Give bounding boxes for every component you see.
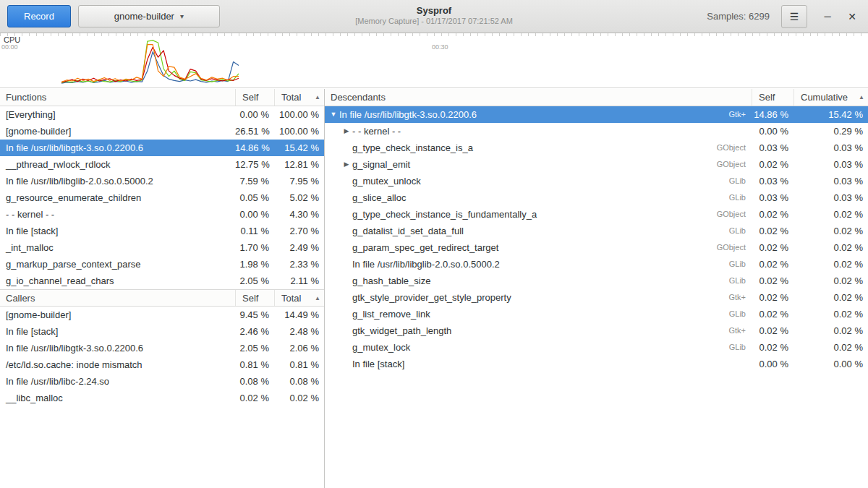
descendant-row[interactable]: g_type_check_instance_is_aGObject0.03 %0… [325, 140, 868, 156]
descendant-row[interactable]: In file /usr/lib/libglib-2.0.so.0.5000.2… [325, 256, 868, 273]
cumulative-value: 15.42 % [793, 106, 868, 123]
self-value: 12.75 % [235, 156, 274, 173]
expander-open-icon[interactable]: ▼ [328, 106, 339, 123]
total-value: 2.33 % [274, 256, 324, 273]
library-badge: Gtk+ [720, 322, 752, 339]
column-header-total[interactable]: Total▲ [274, 290, 324, 306]
descendant-name: g_datalist_id_set_data_full [352, 223, 464, 239]
descendant-name-cell: g_type_check_instance_is_aGObject [325, 140, 752, 156]
total-value: 14.49 % [274, 307, 324, 323]
descendant-name-cell: ▶g_signal_emitGObject [325, 156, 752, 173]
cpu-series-cpu0 [61, 45, 239, 82]
function-row[interactable]: In file [stack]0.11 %2.70 % [0, 223, 324, 239]
descendant-row[interactable]: g_hash_table_sizeGLib0.02 %0.02 % [325, 273, 868, 289]
caller-row[interactable]: /etc/ld.so.cache: inode mismatch0.81 %0.… [0, 356, 324, 373]
cumulative-value: 0.02 % [793, 289, 868, 306]
function-row[interactable]: __pthread_rwlock_rdlock12.75 %12.81 % [0, 156, 324, 173]
descendants-pane: Descendants Self Cumulative▲ ▼In file /u… [325, 89, 868, 488]
self-value: 0.03 % [752, 173, 793, 189]
cpu-usage-graph[interactable]: CPU 00:00 00:30 [0, 33, 868, 88]
total-value: 0.08 % [274, 373, 324, 390]
descendant-row[interactable]: g_list_remove_linkGLib0.02 %0.02 % [325, 306, 868, 322]
column-header-self[interactable]: Self [235, 290, 274, 306]
descendant-name: g_type_check_instance_is_fundamentally_a [352, 206, 537, 223]
function-row[interactable]: _int_malloc1.70 %2.49 % [0, 239, 324, 256]
column-header-self[interactable]: Self [235, 89, 274, 106]
caller-row[interactable]: [gnome-builder]9.45 %14.49 % [0, 307, 324, 323]
descendant-row[interactable]: gtk_style_provider_get_style_propertyGtk… [325, 289, 868, 306]
function-row[interactable]: - - kernel - -0.00 %4.30 % [0, 206, 324, 223]
caller-row[interactable]: In file [stack]2.46 %2.48 % [0, 323, 324, 340]
menu-button[interactable]: ☰ [781, 5, 807, 28]
samples-count: Samples: 6299 [707, 11, 770, 22]
process-selector-dropdown[interactable]: gnome-builder ▾ [78, 5, 220, 27]
column-header-total[interactable]: Total▲ [274, 89, 324, 106]
total-value: 2.49 % [274, 239, 324, 256]
cumulative-value: 0.02 % [793, 273, 868, 289]
descendant-row[interactable]: g_datalist_id_set_data_fullGLib0.02 %0.0… [325, 223, 868, 239]
functions-table-header: Functions Self Total▲ [0, 89, 324, 106]
column-header-callers[interactable]: Callers [0, 290, 235, 306]
descendant-row[interactable]: g_mutex_unlockGLib0.03 %0.03 % [325, 173, 868, 189]
function-row[interactable]: [Everything]0.00 %100.00 % [0, 106, 324, 123]
descendant-row[interactable]: ▼In file /usr/lib/libgtk-3.so.0.2200.6Gt… [325, 106, 868, 123]
cumulative-value: 0.02 % [793, 256, 868, 273]
column-header-total-label: Total [281, 92, 301, 103]
self-value: 9.45 % [235, 307, 274, 323]
titlebar-right: Samples: 6299 ☰ ─ ✕ [707, 5, 861, 28]
minimize-icon: ─ [824, 11, 830, 22]
caller-row[interactable]: __libc_malloc0.02 %0.02 % [0, 390, 324, 406]
self-value: 0.00 % [752, 356, 793, 372]
descendant-name: g_param_spec_get_redirect_target [352, 239, 498, 256]
caller-row[interactable]: In file /usr/lib/libgtk-3.so.0.2200.62.0… [0, 340, 324, 356]
descendant-row[interactable]: g_slice_allocGLib0.03 %0.03 % [325, 189, 868, 206]
caller-row[interactable]: In file /usr/lib/libc-2.24.so0.08 %0.08 … [0, 373, 324, 390]
self-value: 14.86 % [752, 106, 793, 123]
record-button[interactable]: Record [7, 5, 71, 27]
descendant-name: g_hash_table_size [352, 273, 430, 289]
column-header-cumulative[interactable]: Cumulative▲ [793, 89, 868, 106]
descendant-name: g_mutex_unlock [352, 173, 421, 189]
self-value: 7.59 % [235, 173, 274, 189]
total-value: 2.11 % [274, 273, 324, 289]
function-name: /etc/ld.so.cache: inode mismatch [0, 356, 235, 373]
cumulative-value: 0.29 % [793, 123, 868, 140]
descendant-row[interactable]: g_type_check_instance_is_fundamentally_a… [325, 206, 868, 223]
total-value: 5.02 % [274, 189, 324, 206]
minimize-button[interactable]: ─ [819, 8, 836, 25]
function-name: [gnome-builder] [0, 307, 235, 323]
close-button[interactable]: ✕ [843, 8, 861, 25]
function-name: In file /usr/lib/libglib-2.0.so.0.5000.2 [0, 173, 235, 189]
expander-closed-icon[interactable]: ▶ [341, 123, 352, 140]
cumulative-value: 0.02 % [793, 223, 868, 239]
function-name: g_io_channel_read_chars [0, 273, 235, 289]
hamburger-icon: ☰ [790, 11, 799, 22]
function-row[interactable]: In file /usr/lib/libglib-2.0.so.0.5000.2… [0, 173, 324, 189]
self-value: 0.03 % [752, 140, 793, 156]
library-badge: GLib [720, 273, 752, 289]
descendant-row[interactable]: gtk_widget_path_lengthGtk+0.02 %0.02 % [325, 322, 868, 339]
chevron-down-icon: ▾ [180, 12, 184, 20]
column-header-self[interactable]: Self [752, 89, 793, 106]
self-value: 0.00 % [235, 106, 274, 123]
function-row[interactable]: [gnome-builder]26.51 %100.00 % [0, 123, 324, 140]
cumulative-value: 0.03 % [793, 189, 868, 206]
library-badge: GLib [720, 189, 752, 206]
expander-closed-icon[interactable]: ▶ [341, 156, 352, 173]
self-value: 2.46 % [235, 323, 274, 340]
descendant-row[interactable]: g_param_spec_get_redirect_targetGObject0… [325, 239, 868, 256]
descendant-name: g_signal_emit [352, 156, 410, 173]
descendant-row[interactable]: In file [stack]0.00 %0.00 % [325, 356, 868, 372]
column-header-descendants[interactable]: Descendants [325, 89, 752, 106]
function-row[interactable]: g_markup_parse_context_parse1.98 %2.33 % [0, 256, 324, 273]
descendant-row[interactable]: ▶- - kernel - -0.00 %0.29 % [325, 123, 868, 140]
function-row[interactable]: g_io_channel_read_chars2.05 %2.11 % [0, 273, 324, 289]
function-row[interactable]: In file /usr/lib/libgtk-3.so.0.2200.614.… [0, 140, 324, 156]
self-value: 0.02 % [752, 223, 793, 239]
self-value: 0.02 % [752, 306, 793, 322]
self-value: 0.02 % [752, 273, 793, 289]
descendant-row[interactable]: g_mutex_lockGLib0.02 %0.02 % [325, 339, 868, 356]
function-row[interactable]: g_resource_enumerate_children0.05 %5.02 … [0, 189, 324, 206]
descendant-row[interactable]: ▶g_signal_emitGObject0.02 %0.03 % [325, 156, 868, 173]
column-header-functions[interactable]: Functions [0, 89, 235, 106]
